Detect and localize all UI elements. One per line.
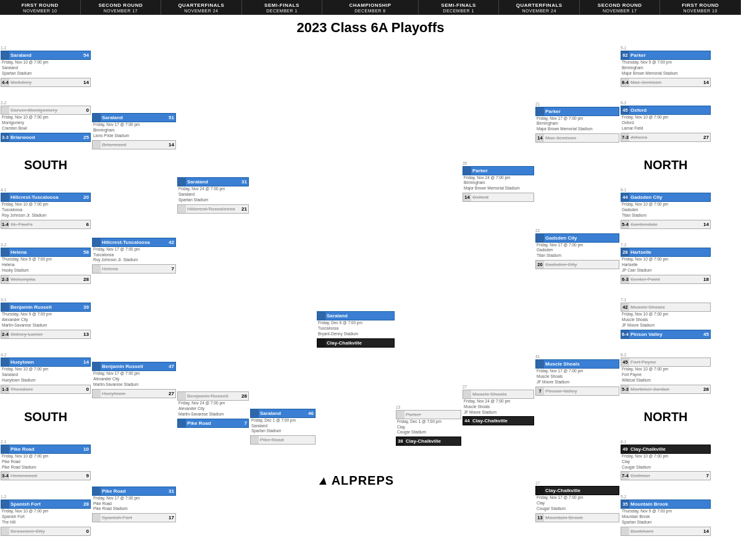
team-hartselle-r1: 28 Hartselle <box>621 248 711 257</box>
matchup-6: 4-2 Hueytown 14 Friday, Nov 10 @ 7:00 pm… <box>1 353 91 393</box>
col-second-left: Saraland 51 Friday, Nov 17 @ 7:00 pmBirm… <box>91 38 177 545</box>
matchup-r2-r4: 17 Clay-Chalkville Friday, Nov 17 @ 7:00… <box>535 481 619 522</box>
team-claychalkville-sf: 38 Clay-Chalkville <box>396 437 461 446</box>
round-header-5: SEMI-FINALSDecember 1 <box>419 0 500 15</box>
matchup-r2-r2: 22 Gadsden City Friday, Nov 17 @ 7:00 pm… <box>535 228 619 269</box>
team-oxford-r1: 45 Oxford <box>621 106 711 115</box>
matchup-1: 1-1 Saraland 54 Friday, Nov 10 @ 7:00 pm… <box>1 46 91 86</box>
team-gardendale-r2: 20 Gadsden City <box>535 260 619 269</box>
team-sidney-1: 2-4 Sidney Lanier 13 <box>1 330 91 339</box>
team-pikeroad-r2: Pike Road 31 <box>92 487 176 496</box>
col-first-right: 5-1 62 Parker Thursday, Nov 9 @ 7:00 pmB… <box>620 38 711 545</box>
team-centerpoint-r1: 6-3 Center Point 18 <box>621 275 711 284</box>
team-muscleshoals-qf: Muscle Shoals <box>463 390 534 399</box>
team-parker-qf: Parker <box>463 166 534 175</box>
team-hillcrest-1: Hillcrest-Tuscaloosa 20 <box>1 193 91 202</box>
header-row: FIRST ROUNDNovember 10 SECOND ROUNDNovem… <box>0 0 741 15</box>
team-claychalkville-qf: 44 Clay-Chalkville <box>463 416 534 425</box>
round-header-1: FIRST ROUNDNovember 10 <box>0 0 81 15</box>
matchup-8: 1-2 Spanish Fort 28 Friday, Nov 10 @ 7:0… <box>1 495 91 535</box>
team-claychalkville-r2: Clay-Chalkville <box>535 486 619 495</box>
south-label-1: SOUTH <box>1 156 91 175</box>
team-mountainbrook-r2: 13 Mountain Brook <box>535 513 619 522</box>
matchup-r2-3: Benjamin Russell 47 Friday, Nov 17 @ 7:0… <box>92 362 176 398</box>
matchup-sf-2: 13 Parker Friday, Dec 1 @ 7:00 pmClayCou… <box>396 405 461 446</box>
col-semi-right: 13 Parker Friday, Dec 1 @ 7:00 pmClayCou… <box>395 38 462 545</box>
team-hillcrest-r2: Hillcrest-Tuscaloosa 42 <box>92 238 176 247</box>
team-homewood-1: 3-4 Homewood 9 <box>1 471 91 480</box>
team-claychalkville-r1: 49 Clay-Chalkville <box>621 445 711 454</box>
team-theodore-1: 1-3 Theodore 0 <box>1 385 91 394</box>
matchup-qf-3: 35 Parker Friday, Nov 24 @ 7:00 pmBirmin… <box>463 161 534 202</box>
team-carver-1: Carver-Montgomery 0 <box>1 106 91 115</box>
matchup-3: 4-1 Hillcrest-Tuscaloosa 20 Friday, Nov … <box>1 188 91 228</box>
col-quarter-right: 35 Parker Friday, Nov 24 @ 7:00 pmBirmin… <box>462 38 535 545</box>
team-parker-r1: 62 Parker <box>621 51 711 60</box>
team-pikeroad-1: Pike Road 10 <box>1 445 91 454</box>
matchup-r2-r1: 21 Parker Friday, Nov 17 @ 7:00 pmBirmin… <box>535 102 619 143</box>
team-gardendale-r1: 5-4 Gardendale 14 <box>621 220 711 229</box>
north-label-1: NORTH <box>621 156 711 175</box>
team-benrussell-r2: Benjamin Russell 47 <box>92 362 176 371</box>
round-header-6: QUARTERFINALSNovember 24 <box>499 0 580 15</box>
matchup-r1-r1: 5-1 62 Parker Thursday, Nov 9 @ 7:00 pmB… <box>621 46 711 86</box>
matchup-r1-r3: 8-1 44 Gadsden City Friday, Nov 10 @ 7:0… <box>621 188 711 228</box>
team-saraland-sf: Saraland 46 <box>250 409 316 418</box>
team-briarwood-1: 3-3 Briarwood 25 <box>1 133 91 142</box>
team-pinsonvalley-r1: 6-4 Pinson Valley 45 <box>621 330 711 339</box>
team-bessemer-1: Bessemer City 0 <box>1 527 91 536</box>
team-mcadory-1: 4-4 McAdory 14 <box>1 78 91 87</box>
team-spanishfort-r2: Spanish Fort 17 <box>92 513 176 522</box>
team-saraland-champ: Saraland <box>317 311 395 320</box>
matchup-r1-r8: 5-2 35 Mountain Brook Thursday, Nov 9 @ … <box>621 495 711 535</box>
matchup-7: 2-1 Pike Road 10 Friday, Nov 10 @ 7:00 p… <box>1 440 91 480</box>
team-saraland-r2: Saraland 51 <box>92 113 176 122</box>
team-mountainbrook-r1: 35 Mountain Brook <box>621 499 711 509</box>
team-pinsonvalley-r2: 7 Pinson Valley <box>535 387 619 396</box>
round-header-2: SECOND ROUNDNovember 17 <box>81 0 162 15</box>
matchup-sf-1: Saraland 46 Friday, Dec 1 @ 7:00 pmSaral… <box>250 409 316 445</box>
matchup-r2-4: Pike Road 31 Friday, Nov 17 @ 7:00 pmPik… <box>92 487 176 522</box>
team-hueytown-1: Hueytown 14 <box>1 357 91 367</box>
matchup-5: 3-1 Benjamin Russell 39 Thursday, Nov 9 … <box>1 298 91 338</box>
team-pikeroad-sf: Pike Road <box>250 435 316 445</box>
matchup-qf-4: 27 Muscle Shoals Friday, Nov 24 @ 7:00 p… <box>463 385 534 425</box>
matchup-qf-2: Benjamin Russell 28 Friday, Nov 24 @ 7:0… <box>177 391 249 427</box>
team-hillcrest-qf: Hillcrest-Tuscaloosa 21 <box>177 204 249 214</box>
col-first-left: 1-1 Saraland 54 Friday, Nov 10 @ 7:00 pm… <box>0 38 91 545</box>
team-parker-r2: Parker <box>535 107 619 116</box>
south-label-2: SOUTH <box>1 407 91 427</box>
team-claychalkville-champ: Clay-Chalkville <box>317 338 395 348</box>
matchup-r1-r7: 6-1 49 Clay-Chalkville Friday, Nov 10 @ … <box>621 440 711 480</box>
team-benrussell-qf: Benjamin Russell 28 <box>177 391 249 401</box>
team-gadsdencity-r2: Gadsden City <box>535 233 619 243</box>
team-buckhorn-r1: Buckhorn 14 <box>621 527 711 536</box>
round-header-7: SECOND ROUNDNovember 17 <box>580 0 661 15</box>
team-muscleshoals-r1: 42 Muscle Shoals <box>621 303 711 312</box>
team-gadsdencity-r1: 44 Gadsden City <box>621 193 711 202</box>
matchup-r1-r2: 6-2 45 Oxford Friday, Nov 10 @ 7:00 pmOx… <box>621 101 711 141</box>
team-saraland-1: Saraland 54 <box>1 51 91 60</box>
team-pikeroad-qf: Pike Road 7 <box>177 419 249 428</box>
matchup-2: 2-2 Carver-Montgomery 0 Friday, Nov 10 @… <box>1 101 91 141</box>
team-stpauls-1: 1-4 St. Paul's 6 <box>1 220 91 229</box>
matchup-4: 3-2 Helena 58 Thursday, Nov 9 @ 7:00 pmH… <box>1 243 91 283</box>
matchup-r1-r4: 7-2 28 Hartselle Friday, Nov 10 @ 7:00 p… <box>621 243 711 283</box>
team-helena-r2: Helena 7 <box>92 264 176 274</box>
team-cullman-r1: 7-4 Cullman 7 <box>621 471 711 480</box>
round-header-3: QUARTERFINALSNovember 24 <box>161 0 242 15</box>
col-quarter-left: Saraland 31 Friday, Nov 24 @ 7:00 pmSara… <box>177 38 249 545</box>
team-maejemison-r1: 8-4 Mae Jemison 14 <box>621 78 711 87</box>
matchup-r1-r6: 8-2 45 Fort Payne Friday, Nov 10 @ 7:00 … <box>621 353 711 393</box>
col-champ: Saraland Friday, Dec 8 @ 7:00 pmTuscaloo… <box>316 38 395 545</box>
col-semi-left: Saraland 46 Friday, Dec 1 @ 7:00 pmSaral… <box>249 38 316 545</box>
team-helena-1: Helena 58 <box>1 248 91 257</box>
team-briarwood-r2: Briarwood 14 <box>92 140 176 149</box>
team-maejemison-r2: 14 Mae Jemison <box>535 133 619 143</box>
matchup-qf-1: Saraland 31 Friday, Nov 24 @ 7:00 pmSara… <box>177 177 249 213</box>
team-athens-r1: 7-3 Athens 27 <box>621 133 711 142</box>
page-title: 2023 Class 6A Playoffs <box>0 15 741 38</box>
matchup-r2-2: Hillcrest-Tuscaloosa 42 Friday, Nov 17 @… <box>92 238 176 274</box>
team-spanishfort-1: Spanish Fort 28 <box>1 499 91 509</box>
team-hueytown-r2: Hueytown 27 <box>92 389 176 398</box>
